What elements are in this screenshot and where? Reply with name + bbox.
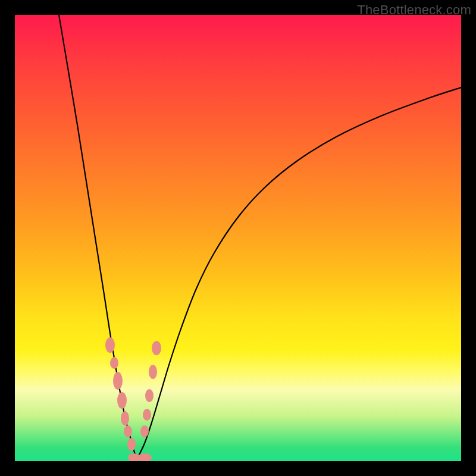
plot-area [15, 15, 461, 461]
marker-left-1 [110, 357, 118, 369]
marker-right-4 [140, 425, 149, 437]
marker-left-0 [105, 337, 115, 353]
marker-right-3 [143, 409, 151, 421]
marker-right-0 [152, 341, 161, 355]
marker-right-1 [149, 365, 157, 379]
bottleneck-chart-svg [15, 15, 461, 461]
marker-left-3 [117, 392, 127, 409]
marker-left-5 [124, 425, 132, 437]
marker-left-6 [127, 438, 136, 451]
watermark-text: TheBottleneck.com [357, 2, 471, 18]
curve-right-branch [137, 87, 461, 459]
marker-left-2 [113, 372, 123, 390]
curve-left-branch [59, 15, 137, 459]
marker-right-2 [145, 389, 154, 402]
marker-left-4 [121, 411, 129, 425]
